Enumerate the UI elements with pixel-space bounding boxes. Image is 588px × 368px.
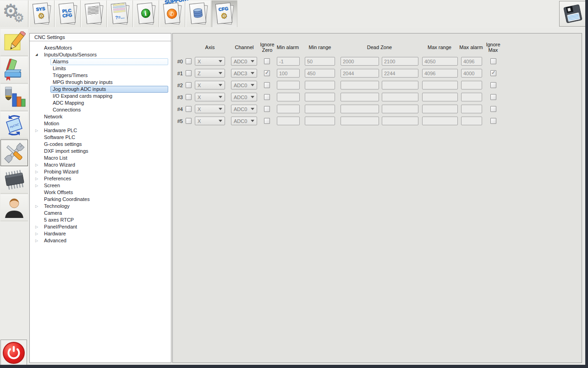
ignore-zero-checkbox[interactable] <box>264 82 270 88</box>
max-alarm-input[interactable] <box>461 57 482 66</box>
diagnostics-button[interactable] <box>0 84 28 111</box>
axis-select[interactable]: X <box>195 81 225 89</box>
dead-zone-high-input[interactable] <box>382 117 418 125</box>
tree-item-probing-wizard[interactable]: ▷Probing Wizard <box>30 168 171 175</box>
min-range-input[interactable] <box>305 93 335 101</box>
ignore-max-checkbox[interactable] <box>490 70 496 76</box>
min-alarm-input[interactable] <box>277 69 300 78</box>
row-select-checkbox[interactable] <box>186 82 192 88</box>
tree-item-panel-pendant[interactable]: ▷Panel/Pendant <box>30 223 171 230</box>
channel-select[interactable]: ADC0 <box>231 105 257 113</box>
sys-settings-button[interactable]: SYS ⚙ <box>29 0 55 27</box>
support-button[interactable]: SUPPORT ✆ <box>159 0 185 27</box>
max-alarm-input[interactable] <box>461 93 482 101</box>
max-alarm-input[interactable] <box>461 105 482 113</box>
min-range-input[interactable] <box>305 117 335 125</box>
ignore-max-checkbox[interactable] <box>490 58 496 64</box>
max-range-input[interactable] <box>422 93 458 101</box>
tree-item-inputs-outputs-sensors[interactable]: ◢Inputs/Outputs/Sensors <box>30 51 171 58</box>
database-button[interactable] <box>186 0 211 27</box>
tree-item-macro-wizard[interactable]: ▷Macro Wizard <box>30 162 171 168</box>
hardware-chip-button[interactable] <box>0 167 28 194</box>
dead-zone-high-input[interactable] <box>382 69 418 78</box>
ignore-zero-checkbox[interactable] <box>264 106 270 112</box>
tree-item-triggers-timers[interactable]: Triggers/Timers <box>30 72 171 79</box>
tree-root-cnc-settings[interactable]: CNC Settings <box>30 33 171 41</box>
tree-item-dxf-import-settings[interactable]: DXF import settings <box>30 148 171 155</box>
info-button[interactable]: i <box>133 0 159 27</box>
notes-button[interactable] <box>0 29 28 56</box>
dead-zone-low-input[interactable] <box>341 81 379 89</box>
tree-item-preferences[interactable]: ▷Preferences <box>30 175 171 182</box>
tree-item-hardware[interactable]: ▷Hardware <box>30 230 171 237</box>
row-select-checkbox[interactable] <box>186 118 192 124</box>
row-select-checkbox[interactable] <box>186 94 192 100</box>
ignore-zero-checkbox[interactable] <box>264 94 270 100</box>
min-alarm-input[interactable] <box>277 117 300 125</box>
max-range-input[interactable] <box>422 57 458 66</box>
min-alarm-input[interactable] <box>277 81 300 89</box>
max-alarm-input[interactable] <box>461 69 482 78</box>
dead-zone-high-input[interactable] <box>382 93 418 101</box>
ignore-max-checkbox[interactable] <box>490 82 496 88</box>
max-range-input[interactable] <box>422 117 458 125</box>
tree-item-i-o-expand-cards-mapping[interactable]: I/O Expand cards mapping <box>30 93 171 100</box>
tree-item-5-axes-rtcp[interactable]: 5 axes RTCP <box>30 217 171 223</box>
max-alarm-input[interactable] <box>461 117 482 125</box>
max-range-input[interactable] <box>422 69 458 78</box>
cnc-settings-button[interactable] <box>0 139 28 166</box>
max-range-input[interactable] <box>422 105 458 113</box>
tree-item-limits[interactable]: Limits <box>30 65 171 72</box>
tree-item-camera[interactable]: Camera <box>30 210 171 217</box>
max-range-input[interactable] <box>422 81 458 89</box>
dead-zone-low-input[interactable] <box>341 57 379 66</box>
dead-zone-high-input[interactable] <box>382 105 418 113</box>
axis-select[interactable]: X <box>195 105 225 113</box>
row-select-checkbox[interactable] <box>186 70 192 76</box>
max-alarm-input[interactable] <box>461 81 482 89</box>
tree-item-parking-coordinates[interactable]: Parking Coordinates <box>30 196 171 203</box>
cfg-settings-button[interactable]: CFG ⚙ <box>212 0 237 27</box>
log-button[interactable] <box>81 0 107 27</box>
tree-item-adc-mapping[interactable]: ADC Mapping <box>30 100 171 106</box>
dead-zone-low-input[interactable] <box>341 117 379 125</box>
plc-cfg-button[interactable]: PLC CFG <box>55 0 81 27</box>
rotate-screen-button[interactable]: myCNC <box>0 112 28 139</box>
dead-zone-high-input[interactable] <box>382 57 418 66</box>
tree-item-axes-motors[interactable]: Axes/Motors <box>30 45 171 51</box>
min-alarm-input[interactable] <box>277 57 300 66</box>
tree-item-macro-list[interactable]: Macro List <box>30 155 171 162</box>
channel-select[interactable]: ADC0 <box>231 117 257 125</box>
tree-item-mpg-through-binary-inputs[interactable]: MPG through binary inputs <box>30 79 171 86</box>
axis-select[interactable]: X <box>195 93 225 101</box>
save-settings-button[interactable] <box>559 1 586 27</box>
axis-select[interactable]: X <box>195 57 225 66</box>
tree-item-work-offsets[interactable]: Work Offsets <box>30 189 171 196</box>
row-select-checkbox[interactable] <box>186 58 192 64</box>
channel-select[interactable]: ADC0 <box>231 81 257 89</box>
dead-zone-low-input[interactable] <box>341 105 379 113</box>
dead-zone-low-input[interactable] <box>341 69 379 78</box>
variables-button[interactable]: ?=... <box>107 0 133 27</box>
min-range-input[interactable] <box>305 57 335 66</box>
system-menu-button[interactable]: ⚙⚙ <box>0 0 28 27</box>
tree-item-screen[interactable]: ▷Screen <box>30 182 171 189</box>
tree-item-hardware-plc[interactable]: ▷Hardware PLC <box>30 127 171 134</box>
ignore-max-checkbox[interactable] <box>490 94 496 100</box>
channel-select[interactable]: ADC3 <box>231 69 257 78</box>
min-alarm-input[interactable] <box>277 105 300 113</box>
tree-item-network[interactable]: Network <box>30 113 171 120</box>
axis-select[interactable]: Z <box>195 69 225 78</box>
tree-item-connections[interactable]: Connections <box>30 106 171 113</box>
tree-item-alarms[interactable]: Alarms <box>30 58 171 65</box>
row-select-checkbox[interactable] <box>186 106 192 112</box>
tree-item-advanced[interactable]: ▷Advanced <box>30 237 171 244</box>
min-range-input[interactable] <box>305 81 335 89</box>
ignore-zero-checkbox[interactable] <box>264 58 270 64</box>
dead-zone-low-input[interactable] <box>341 93 379 101</box>
documentation-button[interactable] <box>0 57 28 84</box>
min-range-input[interactable] <box>305 69 335 78</box>
min-range-input[interactable] <box>305 105 335 113</box>
ignore-max-checkbox[interactable] <box>490 106 496 112</box>
ignore-zero-checkbox[interactable] <box>264 118 270 124</box>
